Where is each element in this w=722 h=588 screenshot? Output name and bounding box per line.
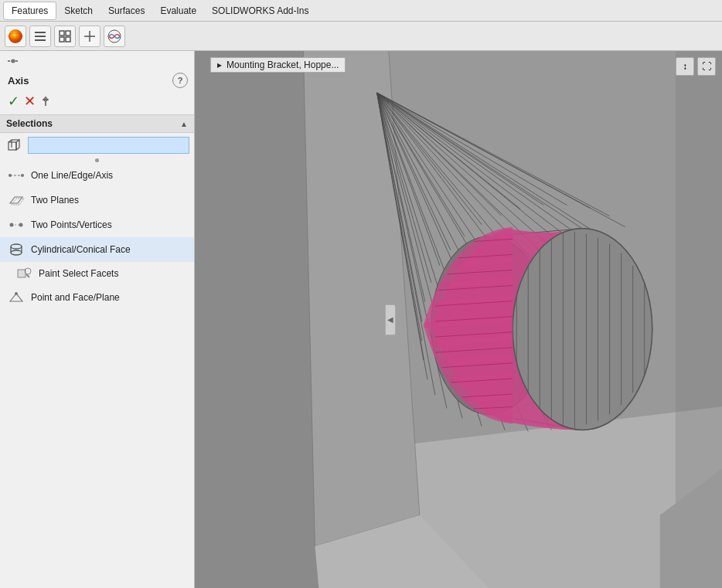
toolbar-btn-0[interactable] <box>5 25 26 47</box>
option-point-face[interactable]: Point and Face/Plane <box>0 285 194 310</box>
option-two-planes[interactable]: Two Planes <box>0 188 194 212</box>
svg-point-23 <box>9 174 12 177</box>
menu-surfaces[interactable]: Surfaces <box>100 2 152 19</box>
viewport-ctrl-1[interactable]: ⛶ <box>697 57 716 76</box>
svg-line-36 <box>26 274 29 277</box>
svg-point-24 <box>21 174 24 177</box>
viewport-ctrl-0[interactable]: ↕ <box>676 57 694 76</box>
svg-point-86 <box>513 229 652 430</box>
selection-row <box>0 133 194 158</box>
two-planes-icon <box>8 192 25 209</box>
viewport[interactable]: ▸ Mounting Bracket, Hoppe... ↕ ⛶ <box>195 51 722 588</box>
selections-label: Selections <box>6 118 53 129</box>
two-points-label: Two Points/Vertices <box>31 219 112 230</box>
main-layout: Axis ? ✓ ✕ Selections ▲ <box>0 51 722 588</box>
help-button[interactable]: ? <box>172 73 188 88</box>
cancel-button[interactable]: ✕ <box>24 93 36 110</box>
panel-header: Axis ? <box>0 68 194 91</box>
paint-select-label: Paint Select Facets <box>39 268 118 279</box>
one-line-icon <box>8 167 25 184</box>
viewport-controls: ↕ ⛶ <box>676 57 716 76</box>
svg-rect-17 <box>9 142 16 150</box>
toolbar <box>0 22 722 51</box>
svg-marker-26 <box>12 199 24 205</box>
svg-rect-7 <box>60 37 64 42</box>
viewport-title-icon: ▸ <box>217 59 222 70</box>
viewport-title-bar: ▸ Mounting Bracket, Hoppe... <box>210 57 346 73</box>
center-dot <box>95 158 99 162</box>
selection-point-icon <box>5 136 23 155</box>
ok-button[interactable]: ✓ <box>8 93 19 110</box>
option-two-points[interactable]: Two Points/Vertices <box>0 212 194 237</box>
svg-rect-6 <box>66 31 70 36</box>
svg-rect-5 <box>60 31 64 36</box>
panel-actions: ✓ ✕ <box>0 91 194 114</box>
svg-rect-2 <box>35 32 46 33</box>
toolbar-btn-2[interactable] <box>54 25 76 47</box>
svg-point-29 <box>19 223 23 227</box>
svg-rect-4 <box>35 39 46 41</box>
selections-section-header[interactable]: Selections ▲ <box>0 114 194 133</box>
svg-point-28 <box>10 223 14 227</box>
left-panel: Axis ? ✓ ✕ Selections ▲ <box>0 51 195 588</box>
menu-evaluate[interactable]: Evaluate <box>152 2 204 19</box>
cylindrical-label: Cylindrical/Conical Face <box>31 244 131 255</box>
svg-rect-3 <box>35 36 46 37</box>
point-face-icon <box>8 289 25 306</box>
two-planes-label: Two Planes <box>31 195 79 206</box>
paint-select-icon <box>15 265 32 282</box>
svg-rect-8 <box>66 37 70 42</box>
option-cylindrical[interactable]: Cylindrical/Conical Face <box>0 237 194 262</box>
point-face-label: Point and Face/Plane <box>31 292 120 303</box>
3d-scene <box>195 51 722 588</box>
menu-features[interactable]: Features <box>3 2 56 20</box>
toolbar-btn-3[interactable] <box>79 25 100 47</box>
center-dot-row <box>0 158 194 163</box>
panel-title: Axis <box>8 75 29 87</box>
cylindrical-icon <box>8 241 25 258</box>
selection-input[interactable] <box>28 137 189 154</box>
chevron-up-icon: ▲ <box>180 120 188 128</box>
svg-point-38 <box>15 292 18 295</box>
menu-sketch[interactable]: Sketch <box>56 2 100 19</box>
svg-point-30 <box>11 244 22 249</box>
menu-solidworks-addins[interactable]: SOLIDWORKS Add-Ins <box>204 2 316 19</box>
svg-marker-25 <box>10 197 22 203</box>
menu-bar: Features Sketch Surfaces Evaluate SOLIDW… <box>0 0 722 22</box>
one-line-label: One Line/Edge/Axis <box>31 170 113 181</box>
toolbar-btn-4[interactable] <box>104 25 125 47</box>
toolbar-btn-1[interactable] <box>29 25 51 47</box>
option-one-line[interactable]: One Line/Edge/Axis <box>0 163 194 188</box>
pin-button[interactable] <box>40 96 51 107</box>
panel-icon-area <box>0 51 194 68</box>
svg-rect-34 <box>18 270 26 277</box>
svg-marker-18 <box>16 140 19 150</box>
svg-point-33 <box>11 250 22 255</box>
option-paint-select[interactable]: Paint Select Facets <box>0 262 194 285</box>
viewport-title-text: Mounting Bracket, Hoppe... <box>226 59 339 70</box>
collapse-handle[interactable]: ◀ <box>385 304 396 335</box>
svg-point-0 <box>9 29 22 43</box>
two-points-icon <box>8 216 25 233</box>
